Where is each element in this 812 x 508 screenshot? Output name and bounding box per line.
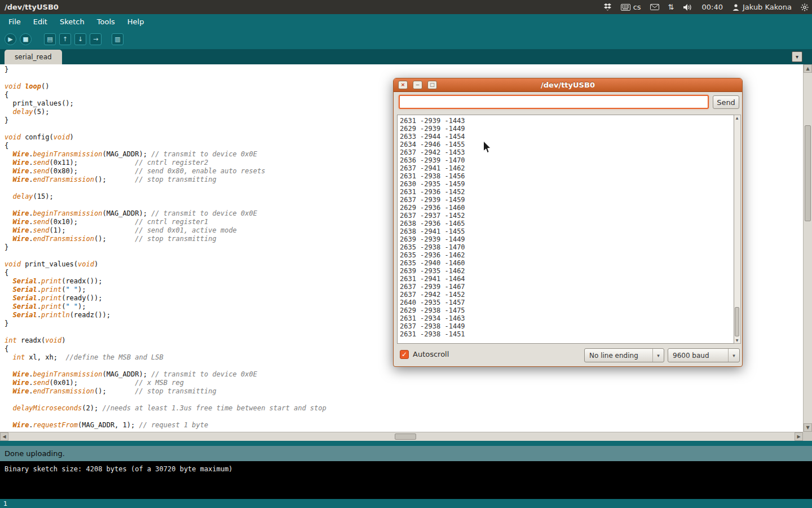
- editor-vertical-scrollbar[interactable]: ▲ ▼: [803, 64, 812, 432]
- volume-icon: [683, 3, 692, 11]
- network-arrows-icon: ⇅: [668, 3, 674, 11]
- keyboard-layout-indicator[interactable]: cs: [621, 3, 641, 11]
- scroll-up-icon[interactable]: ▲: [804, 64, 812, 73]
- scroll-up-icon[interactable]: ▲: [734, 115, 740, 121]
- minimize-button[interactable]: −: [413, 81, 422, 89]
- user-icon: [732, 3, 740, 11]
- new-button[interactable]: ▤: [44, 33, 56, 45]
- save-icon: ↓: [78, 36, 83, 43]
- send-button[interactable]: Send: [713, 95, 739, 109]
- serial-output-line: 2629 -2938 -1475: [400, 306, 734, 314]
- serial-monitor-titlebar[interactable]: × − □ /dev/ttyUSB0: [394, 78, 742, 92]
- baud-rate-value: 9600 baud: [668, 352, 728, 360]
- serial-output-line: 2636 -2939 -1470: [400, 156, 734, 164]
- clock-indicator[interactable]: 00:40: [701, 3, 722, 11]
- serial-monitor-controls: ✓ Autoscroll No line ending ▾ 9600 baud …: [394, 348, 742, 364]
- stop-button[interactable]: ■: [20, 33, 32, 45]
- scroll-down-icon[interactable]: ▼: [734, 338, 740, 343]
- serial-output-line: 2637 -2937 -1452: [400, 212, 734, 220]
- autoscroll-label: Autoscroll: [413, 350, 449, 358]
- serial-output-line: 2637 -2939 -1467: [400, 283, 734, 291]
- serial-output-line: 2635 -2938 -1470: [400, 243, 734, 251]
- serial-output-line: 2639 -2939 -1449: [400, 235, 734, 243]
- line-ending-value: No line ending: [585, 352, 652, 360]
- window-controls: × − □: [398, 81, 437, 89]
- serial-output-line: 2639 -2935 -1462: [400, 267, 734, 275]
- user-menu[interactable]: Jakub Kakona: [732, 3, 792, 11]
- tab-bar: serial_read ▾: [0, 49, 812, 64]
- menu-file[interactable]: File: [2, 15, 27, 28]
- upload-button[interactable]: →: [90, 33, 102, 45]
- serial-output-line: 2631 -2934 -1463: [400, 314, 734, 322]
- serial-output-line: 2629 -2939 -1449: [400, 125, 734, 133]
- volume-indicator[interactable]: [683, 3, 692, 11]
- stop-icon: ■: [23, 36, 28, 43]
- serial-output-line: 2631 -2938 -1451: [400, 330, 734, 338]
- session-menu[interactable]: [801, 3, 809, 11]
- serial-output-scrollbar[interactable]: ▲ ▼: [734, 115, 741, 344]
- serial-output-text: 2631 -2939 -14432629 -2939 -14492633 -29…: [398, 115, 734, 338]
- maximize-button[interactable]: □: [427, 81, 437, 89]
- toolbar: ▶■▤↑↓→▥: [0, 29, 812, 49]
- serial-output-line: 2631 -2939 -1443: [400, 117, 734, 125]
- line-ending-dropdown[interactable]: No line ending ▾: [584, 348, 664, 362]
- menu-bar: FileEditSketchToolsHelp: [0, 14, 812, 29]
- autoscroll-checkbox[interactable]: ✓: [400, 350, 409, 359]
- scroll-right-icon[interactable]: ▶: [795, 432, 803, 441]
- keyboard-icon: [621, 4, 630, 11]
- open-icon: ↑: [63, 36, 68, 43]
- active-window-title: /dev/ttyUSB0: [5, 3, 59, 11]
- vertical-scroll-thumb[interactable]: [805, 125, 811, 221]
- tab-overflow-button[interactable]: ▾: [792, 51, 802, 62]
- serial-output-line: 2635 -2936 -1462: [400, 251, 734, 259]
- menu-sketch[interactable]: Sketch: [54, 15, 91, 28]
- chevron-down-icon: ▾: [652, 349, 664, 362]
- serial-monitor-title: /dev/ttyUSB0: [394, 78, 742, 92]
- serial-output-line: 2631 -2938 -1456: [400, 172, 734, 180]
- serial-output-line: 2638 -2936 -1465: [400, 220, 734, 227]
- user-menu-label: Jakub Kakona: [743, 3, 792, 11]
- serial-output-line: 2638 -2941 -1455: [400, 227, 734, 235]
- close-button[interactable]: ×: [398, 81, 408, 89]
- editor-horizontal-scrollbar[interactable]: ◀ ▶: [0, 432, 803, 441]
- serial-output-line: 2631 -2941 -1464: [400, 275, 734, 283]
- serial-output: 2631 -2939 -14432629 -2939 -14492633 -29…: [397, 115, 734, 344]
- upload-icon: →: [93, 36, 98, 43]
- minimize-icon: −: [416, 82, 420, 87]
- serial-monitor-button[interactable]: ▥: [112, 33, 123, 45]
- status-divider: [0, 441, 812, 446]
- menu-help[interactable]: Help: [121, 15, 151, 28]
- scroll-down-icon[interactable]: ▼: [804, 423, 812, 432]
- status-bar: Done uploading.: [0, 446, 812, 461]
- baud-rate-dropdown[interactable]: 9600 baud ▾: [668, 348, 740, 362]
- console-panel: Binary sketch size: 4208 bytes (of a 307…: [0, 461, 812, 499]
- keyboard-layout-indicator-label: cs: [633, 3, 641, 11]
- serial-monitor-icon: ▥: [114, 36, 120, 43]
- tab-serial-read[interactable]: serial_read: [5, 50, 62, 64]
- horizontal-scroll-thumb[interactable]: [395, 433, 416, 440]
- new-icon: ▤: [47, 36, 52, 43]
- network-indicator[interactable]: ⇅: [668, 3, 674, 11]
- dropbox-indicator[interactable]: [603, 3, 612, 11]
- serial-output-line: 2637 -2942 -1452: [400, 291, 734, 299]
- menu-tools[interactable]: Tools: [91, 15, 121, 28]
- serial-output-line: 2637 -2942 -1453: [400, 148, 734, 156]
- serial-output-line: 2633 -2944 -1454: [400, 133, 734, 141]
- gear-icon: [801, 3, 809, 11]
- verify-icon: ▶: [8, 36, 12, 43]
- mail-icon: [650, 4, 659, 10]
- chevron-down-icon: ▾: [796, 54, 798, 60]
- system-tray: cs⇅00:40Jakub Kakona: [603, 0, 809, 14]
- footer-bar: 1: [0, 499, 812, 508]
- messages-indicator[interactable]: [650, 4, 659, 10]
- menu-edit[interactable]: Edit: [27, 15, 54, 28]
- serial-input[interactable]: [399, 95, 709, 109]
- scroll-left-icon[interactable]: ◀: [0, 432, 8, 441]
- save-button[interactable]: ↓: [74, 33, 86, 45]
- serial-output-line: 2637 -2939 -1459: [400, 196, 734, 204]
- open-button[interactable]: ↑: [59, 33, 71, 45]
- verify-button[interactable]: ▶: [5, 33, 16, 45]
- mouse-cursor: [483, 141, 492, 154]
- serial-output-line: 2631 -2936 -1452: [400, 188, 734, 196]
- serial-scroll-thumb[interactable]: [735, 307, 739, 336]
